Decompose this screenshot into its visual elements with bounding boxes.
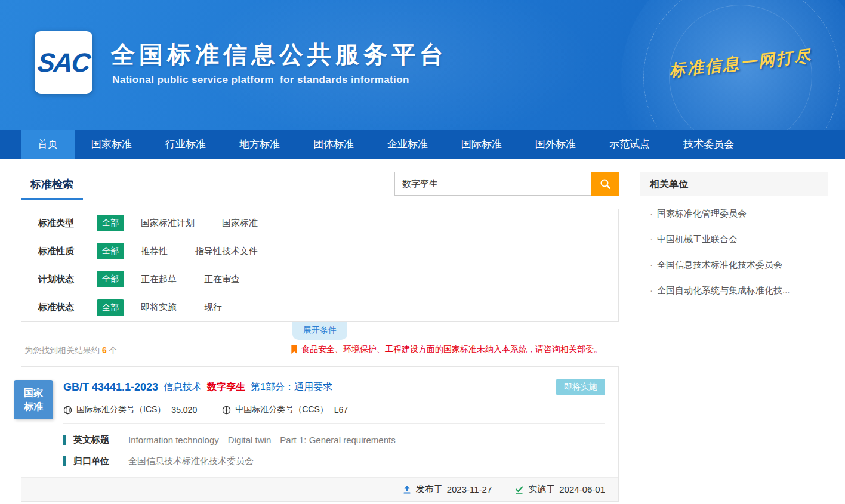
sidebar-item-automation-committee[interactable]: ·全国自动化系统与集成标准化技... <box>640 278 828 304</box>
nav-item-group-standards[interactable]: 团体标准 <box>297 130 371 159</box>
nav-item-international-standards[interactable]: 国际标准 <box>445 130 519 159</box>
result-meta-row: 为您找到相关结果约6个 食品安全、环境保护、工程建设方面的国家标准未纳入本系统，… <box>21 344 619 358</box>
filter-label: 标准状态 <box>38 302 75 313</box>
standard-type-badge: 国家 标准 <box>14 380 53 419</box>
nav-item-home[interactable]: 首页 <box>21 130 75 159</box>
related-units-title: 相关单位 <box>640 172 828 196</box>
classification-row: 国际标准分类号（ICS） 35.020 中国标准分类号（CCS） L67 <box>63 404 605 424</box>
card-body: GB/T 43441.1-2023 信息技术 数字孪生 第1部分：通用要求 即将… <box>21 367 618 467</box>
sidebar-item-it-standards-committee[interactable]: ·全国信息技术标准化技术委员会 <box>640 252 828 278</box>
filter-option[interactable]: 国家标准计划 <box>141 218 195 229</box>
expand-conditions-button[interactable]: 展开条件 <box>292 322 347 340</box>
standard-title-highlight[interactable]: 数字孪生 <box>207 381 245 394</box>
search-icon <box>599 178 611 190</box>
site-title: 全国标准信息公共服务平台 <box>111 38 448 71</box>
related-units-list: ·国家标准化管理委员会 ·中国机械工业联合会 ·全国信息技术标准化技术委员会 ·… <box>640 196 828 311</box>
english-title-value: Information technology—Digital twin—Part… <box>128 435 396 445</box>
nav-item-foreign-standards[interactable]: 国外标准 <box>519 130 593 159</box>
filter-option[interactable]: 正在审查 <box>204 274 240 285</box>
standard-title-row: GB/T 43441.1-2023 信息技术 数字孪生 第1部分：通用要求 即将… <box>63 379 605 395</box>
implement-label: 实施于 <box>528 484 555 495</box>
search-input[interactable] <box>394 172 591 196</box>
bullet: · <box>650 285 653 295</box>
filter-all-button[interactable]: 全部 <box>97 215 124 231</box>
bullet: · <box>650 259 653 270</box>
nav-item-national-standards[interactable]: 国家标准 <box>75 130 149 159</box>
compass-icon <box>222 406 231 415</box>
ics-classification: 国际标准分类号（ICS） 35.020 <box>63 404 197 415</box>
filter-label: 计划状态 <box>38 274 75 285</box>
english-title-label: 英文标题 <box>73 434 120 446</box>
standard-number-link[interactable]: GB/T 43441.1-2023 <box>63 381 158 394</box>
filter-option[interactable]: 推荐性 <box>141 246 168 257</box>
system-notice: 食品安全、环境保护、工程建设方面的国家标准未纳入本系统，请咨询相关部委。 <box>291 344 602 355</box>
nav-item-local-standards[interactable]: 地方标准 <box>223 130 297 159</box>
filter-option[interactable]: 正在起草 <box>141 274 177 285</box>
search-section: 标准检索 <box>21 172 619 199</box>
nav-item-industry-standards[interactable]: 行业标准 <box>149 130 223 159</box>
department-label: 归口单位 <box>73 456 120 467</box>
teal-bar <box>63 456 66 466</box>
notice-text: 食品安全、环境保护、工程建设方面的国家标准未纳入本系统，请咨询相关部委。 <box>301 344 602 355</box>
ics-label: 国际标准分类号（ICS） <box>76 404 165 415</box>
tab-standard-search[interactable]: 标准检索 <box>21 177 83 200</box>
standard-title-segment[interactable]: 信息技术 <box>164 381 202 394</box>
result-count-suffix: 个 <box>109 345 118 355</box>
department-row: 归口单位 全国信息技术标准化技术委员会 <box>63 456 605 467</box>
sidebar-item-label: 中国机械工业联合会 <box>657 234 738 244</box>
filter-row-standard-status: 标准状态 全部 即将实施 现行 <box>21 293 618 321</box>
badge-line2: 标准 <box>24 400 43 413</box>
filter-all-button[interactable]: 全部 <box>97 299 124 316</box>
filter-option[interactable]: 指导性技术文件 <box>195 246 258 257</box>
nav-item-pilot-projects[interactable]: 示范试点 <box>593 130 667 159</box>
filter-option[interactable]: 现行 <box>204 302 222 313</box>
bullet: · <box>650 234 653 244</box>
flag-icon <box>291 345 298 354</box>
department-value: 全国信息技术标准化技术委员会 <box>128 456 254 467</box>
nav-item-technical-committees[interactable]: 技术委员会 <box>667 130 751 159</box>
results-column: 标准检索 标准类型 全部 国家标准计划 国家标准 标准性质 <box>21 172 619 502</box>
sidebar-item-machinery-federation[interactable]: ·中国机械工业联合会 <box>640 227 828 252</box>
result-count-number: 6 <box>102 345 107 355</box>
publish-value: 2023-11-27 <box>447 484 492 494</box>
bullet: · <box>650 208 653 218</box>
globe-icon <box>63 406 72 415</box>
sac-logo[interactable]: SAC <box>35 31 92 94</box>
publish-icon <box>402 485 412 494</box>
site-subtitle: National public service platform for sta… <box>112 74 409 86</box>
filter-row-standard-type: 标准类型 全部 国家标准计划 国家标准 <box>21 209 618 237</box>
implement-value: 2024-06-01 <box>559 484 605 494</box>
search-button[interactable] <box>591 172 619 196</box>
status-badge: 即将实施 <box>556 379 605 395</box>
english-title-row: 英文标题 Information technology—Digital twin… <box>63 434 605 446</box>
sidebar-item-label: 全国自动化系统与集成标准化技... <box>657 285 790 295</box>
publish-date: 发布于 2023-11-27 <box>402 484 492 495</box>
filter-label: 标准性质 <box>38 246 75 257</box>
teal-bar <box>63 435 66 445</box>
filter-all-button[interactable]: 全部 <box>97 271 124 287</box>
filter-panel: 标准类型 全部 国家标准计划 国家标准 标准性质 全部 推荐性 指导性技术文件 … <box>21 209 619 322</box>
sidebar-item-sac[interactable]: ·国家标准化管理委员会 <box>640 201 828 227</box>
card-footer: 发布于 2023-11-27 实施于 2024-06-01 <box>21 477 618 501</box>
nav-item-enterprise-standards[interactable]: 企业标准 <box>371 130 445 159</box>
publish-label: 发布于 <box>416 484 443 495</box>
standard-result-card: 国家 标准 GB/T 43441.1-2023 信息技术 数字孪生 第1部分：通… <box>21 366 619 502</box>
filter-option[interactable]: 国家标准 <box>222 218 258 229</box>
ccs-value: L67 <box>334 405 348 415</box>
ccs-classification: 中国标准分类号（CCS） L67 <box>222 404 348 415</box>
main-content: 标准检索 标准类型 全部 国家标准计划 国家标准 标准性质 <box>0 159 845 504</box>
check-icon <box>514 485 524 494</box>
badge-line1: 国家 <box>24 386 43 400</box>
filter-label: 标准类型 <box>38 218 75 229</box>
standard-title-segment[interactable]: 第1部分：通用要求 <box>251 381 332 394</box>
filter-option[interactable]: 即将实施 <box>141 302 177 313</box>
sidebar-item-label: 全国信息技术标准化技术委员会 <box>657 259 782 270</box>
main-nav: 首页 国家标准 行业标准 地方标准 团体标准 企业标准 国际标准 国外标准 示范… <box>0 130 845 159</box>
result-count: 为您找到相关结果约6个 <box>24 345 118 356</box>
search-bar <box>394 172 619 196</box>
filter-all-button[interactable]: 全部 <box>97 243 124 259</box>
related-units-panel: 相关单位 ·国家标准化管理委员会 ·中国机械工业联合会 ·全国信息技术标准化技术… <box>640 172 828 311</box>
sac-logo-text: SAC <box>36 48 91 78</box>
sidebar-item-label: 国家标准化管理委员会 <box>657 208 747 218</box>
site-header: SAC 全国标准信息公共服务平台 National public service… <box>0 0 845 130</box>
